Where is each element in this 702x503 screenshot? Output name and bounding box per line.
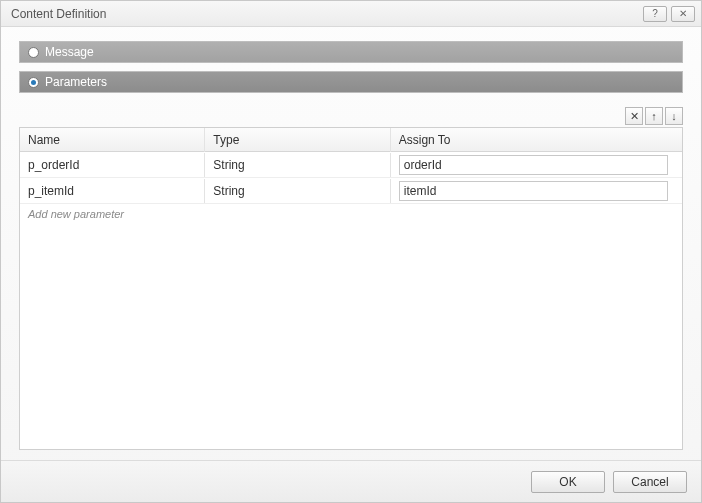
help-button[interactable]: ? xyxy=(643,6,667,22)
radio-parameters[interactable] xyxy=(28,77,39,88)
window-title: Content Definition xyxy=(11,7,639,21)
header-assign: Assign To xyxy=(391,128,682,152)
table-row[interactable]: p_orderId String xyxy=(20,152,682,178)
radio-dot-icon xyxy=(31,80,36,85)
table-row[interactable]: p_itemId String xyxy=(20,178,682,204)
delete-row-button[interactable]: ✕ xyxy=(625,107,643,125)
parameters-table: Name Type Assign To p_orderId String p_i… xyxy=(19,127,683,450)
header-name: Name xyxy=(20,128,205,152)
table-toolbar: ✕ ↑ ↓ xyxy=(19,107,683,125)
help-icon: ? xyxy=(652,8,658,19)
arrow-up-icon: ↑ xyxy=(651,110,657,122)
cell-type[interactable]: String xyxy=(205,179,390,203)
option-message[interactable]: Message xyxy=(19,41,683,63)
table-header: Name Type Assign To xyxy=(20,128,682,152)
radio-message[interactable] xyxy=(28,47,39,58)
assign-input[interactable] xyxy=(399,155,669,175)
move-up-button[interactable]: ↑ xyxy=(645,107,663,125)
move-down-button[interactable]: ↓ xyxy=(665,107,683,125)
cell-name[interactable]: p_itemId xyxy=(20,179,205,203)
close-icon: ✕ xyxy=(679,8,687,19)
cell-assign xyxy=(391,153,682,177)
header-type: Type xyxy=(205,128,390,152)
add-parameter-row[interactable]: Add new parameter xyxy=(20,204,682,224)
option-message-label: Message xyxy=(45,45,94,59)
content-area: Message Parameters ✕ ↑ ↓ Name Type Assig… xyxy=(1,27,701,460)
cell-assign xyxy=(391,179,682,203)
ok-button[interactable]: OK xyxy=(531,471,605,493)
dialog-window: Content Definition ? ✕ Message Parameter… xyxy=(0,0,702,503)
close-button[interactable]: ✕ xyxy=(671,6,695,22)
arrow-down-icon: ↓ xyxy=(671,110,677,122)
option-parameters-label: Parameters xyxy=(45,75,107,89)
x-icon: ✕ xyxy=(630,110,639,123)
cell-type[interactable]: String xyxy=(205,153,390,177)
titlebar: Content Definition ? ✕ xyxy=(1,1,701,27)
dialog-footer: OK Cancel xyxy=(1,460,701,502)
cancel-button[interactable]: Cancel xyxy=(613,471,687,493)
assign-input[interactable] xyxy=(399,181,669,201)
option-parameters[interactable]: Parameters xyxy=(19,71,683,93)
cell-name[interactable]: p_orderId xyxy=(20,153,205,177)
